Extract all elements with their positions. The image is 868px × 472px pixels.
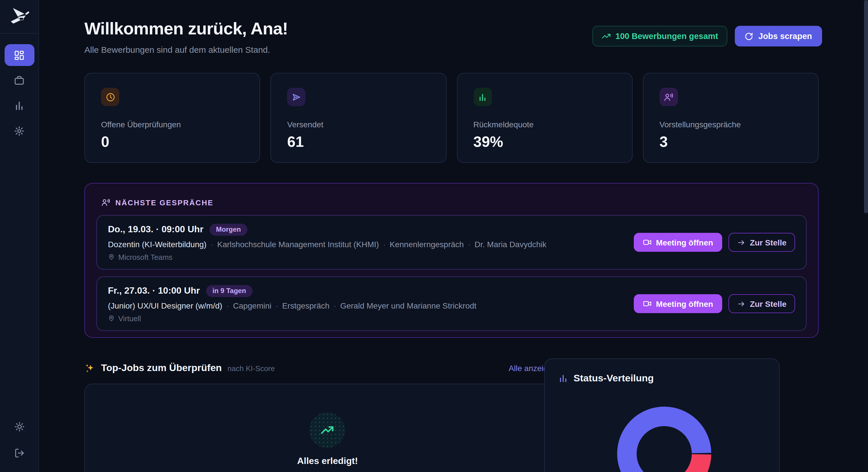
sidebar-bottom — [0, 416, 39, 464]
meeting-location: Microsoft Teams — [108, 252, 547, 261]
meeting-datetime: Fr., 27.03. · 10:00 Uhr — [108, 285, 200, 296]
meeting-meta: (Junior) UX/UI Designer (w/m/d)·Capgemin… — [108, 301, 476, 310]
top-jobs-subtitle: nach KI-Score — [228, 364, 275, 372]
app-logo[interactable] — [0, 0, 38, 34]
meeting-info: Fr., 27.03. · 10:00 Uhr in 9 Tagen (Juni… — [108, 285, 476, 323]
next-meetings-title: NÄCHSTE GESPRÄCHE — [115, 198, 214, 207]
sidebar-item-jobs[interactable] — [4, 69, 34, 91]
sidebar-item-statistics[interactable] — [4, 95, 34, 116]
stat-value: 0 — [101, 133, 244, 151]
page-scrollbar — [864, 0, 868, 472]
origami-bird-logo-icon — [8, 7, 31, 26]
map-pin-icon — [108, 254, 115, 260]
sidebar-item-dashboard[interactable] — [4, 44, 34, 66]
person-speaking-icon — [660, 88, 678, 106]
status-donut-chart — [617, 407, 711, 472]
trending-up-icon — [320, 423, 335, 438]
stat-label: Vorstellungsgespräche — [660, 120, 802, 129]
top-jobs-header: Top-Jobs zum Überprüfen nach KI-Score Al… — [84, 363, 569, 374]
top-jobs-title: Top-Jobs zum Überprüfen — [101, 363, 222, 374]
clock-icon — [101, 88, 119, 106]
stat-card-interviews: Vorstellungsgespräche 3 — [643, 73, 819, 163]
meeting-row: Do., 19.03. · 09:00 Uhr Morgen Dozentin … — [96, 215, 807, 270]
person-speaking-icon — [101, 198, 110, 207]
trending-up-icon — [601, 32, 611, 41]
page-title: Willkommen zurück, Ana! — [84, 19, 288, 38]
open-meeting-button[interactable]: Meeting öffnen — [633, 294, 722, 313]
arrow-right-icon — [737, 300, 745, 308]
meeting-actions: Meeting öffnen Zur Stelle — [633, 233, 795, 252]
open-meeting-button[interactable]: Meeting öffnen — [633, 233, 722, 252]
bar-chart-icon — [14, 100, 25, 111]
status-distribution-title: Status-Verteilung — [574, 373, 654, 384]
meeting-row: Fr., 27.03. · 10:00 Uhr in 9 Tagen (Juni… — [96, 276, 807, 331]
status-distribution-card: Status-Verteilung — [544, 359, 780, 472]
all-done-illustration — [309, 412, 345, 448]
theme-toggle-button[interactable] — [5, 416, 34, 438]
meeting-meta: Dozentin (KI-Weiterbildung)·Karlshochsch… — [108, 239, 547, 248]
go-to-job-button[interactable]: Zur Stelle — [728, 294, 795, 313]
stat-card-open-reviews: Offene Überprüfungen 0 — [84, 73, 260, 163]
top-jobs-empty-card: Alles erledigt! — [84, 384, 569, 472]
bar-chart-icon — [473, 88, 492, 106]
meeting-location: Virtuell — [108, 314, 476, 323]
scrape-jobs-button[interactable]: Jobs scrapen — [735, 26, 822, 46]
sparkles-icon — [84, 363, 95, 374]
page-subtitle: Alle Bewerbungen sind auf dem aktuellen … — [84, 45, 270, 55]
scrollbar-thumb[interactable] — [864, 0, 868, 213]
sidebar — [0, 0, 39, 472]
refresh-icon — [745, 32, 753, 40]
map-pin-icon — [108, 315, 115, 322]
stat-cards-row: Offene Überprüfungen 0 Versendet 61 Rück… — [84, 73, 818, 163]
stat-card-sent: Versendet 61 — [271, 73, 446, 163]
bar-chart-icon — [559, 374, 568, 383]
total-applications-badge: 100 Bewerbungen gesamt — [592, 26, 727, 46]
all-done-label: Alles erledigt! — [85, 456, 570, 466]
arrow-right-icon — [737, 238, 745, 246]
sidebar-item-settings[interactable] — [4, 120, 34, 142]
meeting-countdown-badge: in 9 Tagen — [206, 285, 252, 297]
app-window: Willkommen zurück, Ana! Alle Bewerbungen… — [0, 0, 868, 472]
logout-button[interactable] — [5, 442, 34, 464]
stat-label: Rückmeldequote — [473, 120, 616, 129]
next-meetings-header: NÄCHSTE GESPRÄCHE — [101, 198, 807, 207]
stat-value: 39% — [473, 133, 616, 151]
next-meetings-section: NÄCHSTE GESPRÄCHE Do., 19.03. · 09:00 Uh… — [84, 183, 818, 338]
dashboard-grid-icon — [14, 49, 25, 61]
meeting-actions: Meeting öffnen Zur Stelle — [633, 294, 795, 313]
video-camera-icon — [643, 238, 651, 247]
send-icon — [287, 88, 306, 106]
stat-value: 61 — [287, 133, 430, 151]
briefcase-icon — [14, 75, 25, 86]
sidebar-nav — [0, 44, 38, 142]
stat-label: Versendet — [287, 120, 430, 129]
status-distribution-header: Status-Verteilung — [559, 373, 765, 384]
settings-gear-icon — [14, 125, 25, 136]
logout-icon — [14, 448, 25, 458]
total-applications-label: 100 Bewerbungen gesamt — [615, 32, 718, 41]
scrape-jobs-label: Jobs scrapen — [758, 32, 812, 41]
go-to-job-button[interactable]: Zur Stelle — [728, 233, 795, 252]
meeting-countdown-badge: Morgen — [210, 224, 247, 235]
video-camera-icon — [643, 299, 651, 308]
meeting-info: Do., 19.03. · 09:00 Uhr Morgen Dozentin … — [108, 224, 547, 261]
sun-theme-icon — [14, 422, 25, 432]
meeting-datetime: Do., 19.03. · 09:00 Uhr — [108, 224, 204, 235]
stat-value: 3 — [660, 133, 802, 151]
stat-label: Offene Überprüfungen — [101, 120, 244, 129]
stat-card-response-rate: Rückmeldequote 39% — [457, 73, 632, 163]
